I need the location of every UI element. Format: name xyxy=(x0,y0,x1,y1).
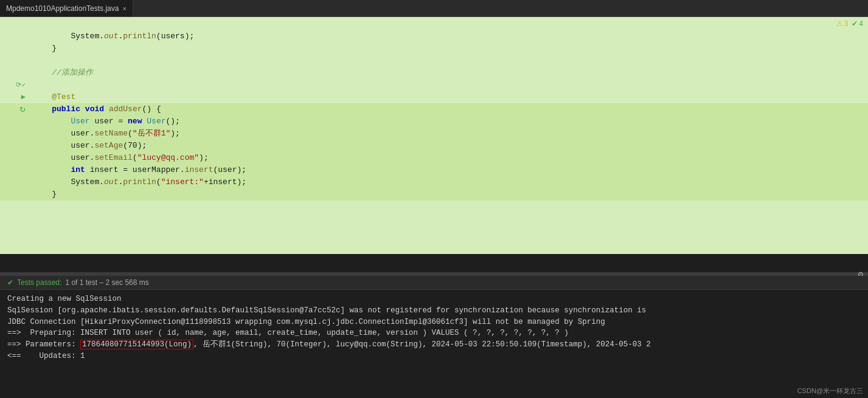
code-line-setname: user.setName("岳不群1"); xyxy=(0,128,868,140)
code-line-1: System.out.println(users); xyxy=(0,30,868,43)
line-content-setemail: user.setEmail("lucy@qq.com"); xyxy=(30,152,868,164)
line-gutter-adduser: ↻ xyxy=(0,103,30,115)
warning-icon: ⚠ xyxy=(836,19,843,28)
line-content-comment: //添加操作 xyxy=(30,67,868,79)
highlighted-param: 178640807715144993(Long) xyxy=(80,340,193,349)
line-content-setname: user.setName("岳不群1"); xyxy=(30,128,868,140)
line-content-2: } xyxy=(30,43,868,55)
line-content-icons xyxy=(30,79,868,91)
code-line-sysout: System.out.println("insert:"+insert); xyxy=(0,176,868,188)
line-content-sysout: System.out.println("insert:"+insert); xyxy=(30,176,868,188)
tab-close-button[interactable]: × xyxy=(122,5,126,12)
tab-bar: Mpdemo1010ApplicationTests.java × xyxy=(0,0,868,17)
code-line-adduser: ↻ public void addUser() { xyxy=(0,103,868,115)
code-line-setage: user.setAge(70); xyxy=(0,140,868,152)
run-icon[interactable]: ▶ xyxy=(21,91,26,103)
line-content-user-new: User user = new User(); xyxy=(30,115,868,128)
editor-wrapper: ⚠ 3 ✔ 4 System.out.println(users); xyxy=(0,17,868,272)
code-area: System.out.println(users); } xyxy=(0,30,868,254)
line-content-insert: int insert = userMapper.insert(user); xyxy=(30,164,868,176)
console-status-bar: ✔ Tests passed: 1 of 1 test – 2 sec 568 … xyxy=(0,276,868,290)
code-line-test: ▶ @Test xyxy=(0,91,868,103)
console-line-5: ==> Parameters: 178640807715144993(Long)… xyxy=(7,339,861,351)
main-layout: Mpdemo1010ApplicationTests.java × ⚠ 3 ✔ … xyxy=(0,0,868,398)
warning-count: 3 xyxy=(844,19,849,28)
code-line-icons: ⟳ ✓ xyxy=(0,79,868,91)
console-line-6: <== Updates: 1 xyxy=(7,351,861,362)
arrow-icon: ✓ xyxy=(21,79,26,91)
line-content-adduser: public void addUser() { xyxy=(30,103,868,115)
status-detail: 1 of 1 test – 2 sec 568 ms xyxy=(65,278,148,287)
line-gutter-test: ▶ xyxy=(0,91,30,103)
line-content-1: System.out.println(users); xyxy=(30,30,868,43)
current-line-indicator: ↻ xyxy=(19,103,26,115)
checkmark-badge: ✔ 4 xyxy=(852,19,863,28)
watermark: CSDN@米一杯龙古三 xyxy=(797,386,863,396)
status-text: Tests passed: xyxy=(17,278,61,287)
line-content-close: } xyxy=(30,188,868,201)
console-output: Creating a new SqlSession SqlSession [or… xyxy=(0,290,868,366)
console-line-3: JDBC Connection [HikariProxyConnection@1… xyxy=(7,317,861,328)
console-line-2: SqlSession [org.apache.ibatis.session.de… xyxy=(7,305,861,317)
code-line-comment: //添加操作 xyxy=(0,67,868,79)
console-line-4: ==> Preparing: INSERT INTO user ( id, na… xyxy=(7,328,861,339)
code-line-setemail: user.setEmail("lucy@qq.com"); xyxy=(0,152,868,164)
code-line-close: } xyxy=(0,188,868,201)
reload-icon[interactable]: ⟳ xyxy=(16,79,21,91)
code-line-user-new: User user = new User(); xyxy=(0,115,868,128)
console-wrapper: ✔ Tests passed: 1 of 1 test – 2 sec 568 … xyxy=(0,276,868,398)
check-count: 4 xyxy=(859,19,863,28)
editor-top-bar: ⚠ 3 ✔ 4 xyxy=(0,17,868,30)
line-content-setage: user.setAge(70); xyxy=(30,140,868,152)
file-tab[interactable]: Mpdemo1010ApplicationTests.java × xyxy=(0,0,133,16)
code-line-2: } xyxy=(0,43,868,55)
code-editor: ⚠ 3 ✔ 4 System.out.println(users); xyxy=(0,17,868,254)
checkmark-icon: ✔ xyxy=(852,19,858,28)
code-line-insert: int insert = userMapper.insert(user); xyxy=(0,164,868,176)
code-line-3 xyxy=(0,55,868,67)
line-content-test: @Test xyxy=(30,91,868,103)
console-line-1: Creating a new SqlSession xyxy=(7,293,861,305)
line-content-3 xyxy=(30,55,868,67)
tab-label: Mpdemo1010ApplicationTests.java xyxy=(6,4,119,13)
line-gutter-icons: ⟳ ✓ xyxy=(0,79,30,91)
warning-badge: ⚠ 3 xyxy=(836,19,849,28)
code-lines: System.out.println(users); } xyxy=(0,30,868,201)
status-check-icon: ✔ xyxy=(7,278,13,287)
